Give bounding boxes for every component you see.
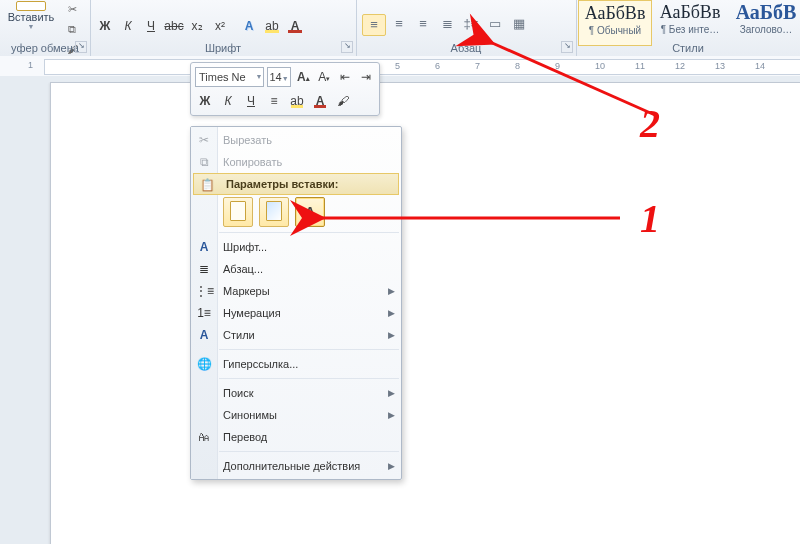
mini-decrease-indent[interactable]: ⇤ (336, 67, 354, 87)
ctx-extra[interactable]: Дополнительные действия▶ (191, 455, 401, 477)
bold-button[interactable]: Ж (94, 16, 116, 36)
ruler-mark: 8 (515, 61, 520, 71)
ctx-styles[interactable]: A Стили▶ (191, 324, 401, 346)
ctx-copy: ⧉ Копировать (191, 151, 401, 173)
clipboard-icon (16, 1, 46, 11)
underline-button[interactable]: Ч (140, 16, 162, 36)
highlight-button[interactable]: ab (261, 16, 283, 36)
mini-font-color[interactable]: A (310, 91, 330, 111)
ctx-search[interactable]: Поиск▶ (191, 382, 401, 404)
context-menu: ✂ Вырезать ⧉ Копировать 📋 Параметры вста… (190, 126, 402, 480)
bullets-icon: ⋮≡ (195, 282, 213, 300)
horizontal-ruler[interactable]: L 1 5 6 7 8 9 10 11 12 13 14 (0, 56, 800, 77)
style-name: Заголово… (730, 24, 800, 35)
font-dialog-launcher[interactable]: ↘ (341, 41, 353, 53)
style-normal[interactable]: АаБбВв ¶ Обычный (578, 0, 652, 46)
grow-font-button[interactable]: A▴ (294, 67, 312, 87)
align-right-button[interactable]: ≡ (412, 14, 434, 34)
style-name: ¶ Обычный (579, 25, 651, 36)
mini-format-painter[interactable]: 🖌 (333, 91, 353, 111)
mini-highlight[interactable]: ab (287, 91, 307, 111)
mini-italic[interactable]: К (218, 91, 238, 111)
ctx-numbering[interactable]: 1≡ Нумерация▶ (191, 302, 401, 324)
cut-button[interactable]: ✂ (62, 0, 82, 18)
paste-button[interactable]: Вставить ▼ (4, 1, 58, 30)
group-clipboard: Вставить ▼ ✂ ⧉ 🖌 уфер обмена ↘ (0, 0, 91, 56)
style-sample: АаБбВв (579, 1, 651, 25)
hyperlink-icon: 🌐 (195, 355, 213, 373)
font-icon: A (195, 238, 213, 256)
paragraph-group-label: Абзац (356, 42, 576, 54)
align-center-button[interactable]: ≡ (388, 14, 410, 34)
style-sample: АаБбВ (730, 0, 800, 24)
ruler-mark: 5 (395, 61, 400, 71)
subscript-button[interactable]: x₂ (186, 16, 208, 36)
mini-toolbar: Times Ne▼ 14▼ A▴ A▾ ⇤ ⇥ Ж К Ч ≡ ab A 🖌 (190, 62, 380, 116)
style-sample: АаБбВв (654, 0, 726, 24)
group-font: Ж К Ч abc x₂ x² A ab A Шрифт ↘ (90, 0, 357, 56)
mini-bold[interactable]: Ж (195, 91, 215, 111)
ctx-cut: ✂ Вырезать (191, 129, 401, 151)
strike-button[interactable]: abc (163, 16, 185, 36)
ruler-mark: 13 (715, 61, 725, 71)
ruler-mark: 11 (635, 61, 645, 71)
ctx-hyperlink[interactable]: 🌐 Гиперссылка... (191, 353, 401, 375)
group-styles: АаБбВв ¶ Обычный АаБбВв ¶ Без инте… АаБб… (576, 0, 800, 56)
ctx-bullets[interactable]: ⋮≡ Маркеры▶ (191, 280, 401, 302)
style-name: ¶ Без инте… (654, 24, 726, 35)
borders-button[interactable]: ▦ (508, 14, 530, 34)
justify-button[interactable]: ≣ (436, 14, 458, 34)
ribbon: Вставить ▼ ✂ ⧉ 🖌 уфер обмена ↘ Ж К Ч abc… (0, 0, 800, 57)
style-nospacing[interactable]: АаБбВв ¶ Без инте… (654, 0, 726, 44)
shrink-font-button[interactable]: A▾ (315, 67, 333, 87)
page[interactable] (50, 82, 800, 544)
paste-text-only[interactable]: А (295, 197, 325, 227)
numbering-icon: 1≡ (195, 304, 213, 322)
paste-label: Вставить (4, 11, 58, 23)
styles-group-label: Стили (576, 42, 800, 54)
cut-icon: ✂ (195, 131, 213, 149)
superscript-button[interactable]: x² (209, 16, 231, 36)
translate-icon: 🗛 (195, 428, 213, 446)
paragraph-icon: ≣ (195, 260, 213, 278)
align-left-button[interactable]: ≡ (362, 14, 386, 36)
ruler-mark: 9 (555, 61, 560, 71)
mini-increase-indent[interactable]: ⇥ (357, 67, 375, 87)
style-heading1[interactable]: АаБбВ Заголово… (730, 0, 800, 44)
group-paragraph: ≡ ≡ ≡ ≣ ‡≡ ▭ ▦ Абзац ↘ (356, 0, 577, 56)
ruler-mark: 10 (595, 61, 605, 71)
ctx-synonyms[interactable]: Синонимы▶ (191, 404, 401, 426)
paste-merge[interactable] (259, 197, 289, 227)
ctx-paste-options: А (191, 195, 401, 229)
mini-center[interactable]: ≡ (264, 91, 284, 111)
styles-icon: A (195, 326, 213, 344)
paragraph-dialog-launcher[interactable]: ↘ (561, 41, 573, 53)
copy-icon: ⧉ (195, 153, 213, 171)
ruler-mark: 14 (755, 61, 765, 71)
mini-font-combo[interactable]: Times Ne▼ (195, 67, 264, 87)
ctx-paragraph[interactable]: ≣ Абзац... (191, 258, 401, 280)
ruler-mark: 6 (435, 61, 440, 71)
ruler-mark: 7 (475, 61, 480, 71)
font-color-button[interactable]: A (284, 16, 306, 36)
ruler-left-number: 1 (28, 60, 33, 70)
clipboard-icon: 📋 (198, 176, 216, 194)
line-spacing-button[interactable]: ‡≡ (460, 14, 482, 34)
ruler-mark: 12 (675, 61, 685, 71)
text-effects-button[interactable]: A (238, 16, 260, 36)
ctx-paste-header: 📋 Параметры вставки: (193, 173, 399, 195)
clipboard-dialog-launcher[interactable]: ↘ (75, 41, 87, 53)
shading-button[interactable]: ▭ (484, 14, 506, 34)
paste-keep-source[interactable] (223, 197, 253, 227)
italic-button[interactable]: К (117, 16, 139, 36)
mini-size-combo[interactable]: 14▼ (267, 67, 292, 87)
font-group-label: Шрифт (90, 42, 356, 54)
ctx-translate[interactable]: 🗛 Перевод (191, 426, 401, 448)
ctx-font[interactable]: A Шрифт... (191, 236, 401, 258)
copy-button[interactable]: ⧉ (62, 20, 82, 38)
mini-underline[interactable]: Ч (241, 91, 261, 111)
